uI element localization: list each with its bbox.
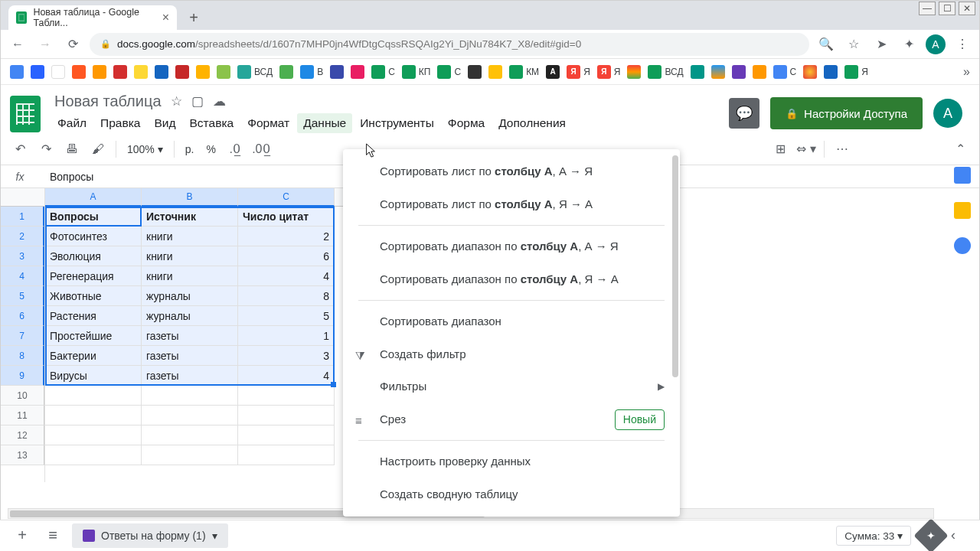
cell[interactable]: Регенерация [45,266,142,286]
row-header[interactable]: 10 [1,386,44,406]
bookmark-icon[interactable] [155,65,168,79]
cell[interactable]: журналы [142,286,238,306]
print-button[interactable]: 🖶 [60,138,83,161]
row-header[interactable]: 11 [1,406,44,425]
menu-дополнения[interactable]: Дополнения [492,113,572,133]
cell[interactable]: 8 [238,286,335,306]
row-header[interactable]: 7 [1,326,44,346]
menu-данные[interactable]: Данные [297,113,352,133]
bookmark-icon[interactable] [175,65,189,79]
cell[interactable]: книги [142,227,238,246]
zoom-icon[interactable]: 🔍 [815,34,837,55]
cell[interactable]: книги [142,246,238,266]
bookmark-icon[interactable] [113,65,127,79]
filters-submenu[interactable]: Фильтры ▶ [343,370,680,403]
bookmark-icon[interactable] [330,65,344,79]
more-toolbar-button[interactable]: ⋯ [831,138,854,161]
reload-button[interactable]: ⟳ [62,34,83,55]
cell[interactable]: Фотосинтез [45,227,142,246]
row-header[interactable]: 3 [1,246,44,266]
row-header[interactable]: 8 [1,346,44,366]
cell[interactable]: газеты [142,366,238,386]
bookmark-item[interactable]: С [371,65,395,79]
maximize-button[interactable]: ☐ [939,2,956,15]
sheets-logo-icon[interactable] [10,96,41,132]
create-filter[interactable]: ⧩ Создать фильтр [343,338,680,371]
cell[interactable]: 1 [238,326,335,346]
bookmark-icon[interactable] [711,65,725,79]
row-header[interactable]: 1 [1,207,44,227]
bookmark-item[interactable]: С [773,65,797,79]
cell[interactable]: Животные [45,286,142,306]
tasks-icon[interactable] [954,237,971,254]
bookmarks-overflow-icon[interactable]: » [963,65,970,79]
bookmark-item[interactable]: Я [844,65,868,79]
sort-range-desc[interactable]: Сортировать диапазон по столбцу A, Я → А [343,263,680,296]
menu-инструменты[interactable]: Инструменты [354,113,440,133]
cell[interactable] [45,445,142,465]
row-header[interactable]: 13 [1,445,44,465]
zoom-select[interactable]: 100% ▾ [122,143,168,155]
cell[interactable]: 6 [238,246,335,266]
cell[interactable] [238,425,335,445]
cell[interactable]: Растения [45,306,142,326]
menu-вставка[interactable]: Вставка [184,113,240,133]
bookmark-icon[interactable] [351,65,364,79]
sheet-tab[interactable]: Ответы на форму (1) ▾ [72,523,228,548]
bookmark-icon[interactable] [468,65,482,79]
bookmark-icon[interactable] [72,65,86,79]
star-icon[interactable]: ☆ [171,93,182,109]
bookmark-item[interactable]: С [437,65,461,79]
cell[interactable] [238,406,335,425]
minimize-button[interactable]: — [919,2,936,15]
currency-button[interactable]: р. [181,143,199,155]
cell[interactable]: Простейшие [45,326,142,346]
merge-button[interactable]: ⇔ ▾ [795,138,818,161]
cell[interactable] [238,386,335,406]
cell[interactable] [238,445,335,465]
undo-button[interactable]: ↶ [8,138,31,161]
browser-tab[interactable]: Новая таблица - Google Табли... × [8,5,177,30]
cell[interactable] [45,406,142,425]
bookmark-icon[interactable] [134,65,148,79]
sort-sheet-asc[interactable]: Сортировать лист по столбцу A, А → Я [343,155,680,188]
bookmark-icon[interactable] [217,65,230,79]
bookmark-icon[interactable] [93,65,106,79]
bookmark-item[interactable]: В [300,65,323,79]
percent-button[interactable]: % [201,143,220,155]
forward-button[interactable]: → [34,34,56,55]
cell[interactable]: 5 [238,306,335,326]
bookmark-icon[interactable] [196,65,210,79]
cell[interactable]: Бактерии [45,346,142,366]
cell[interactable] [142,425,238,445]
menu-формат[interactable]: Формат [241,113,296,133]
calendar-icon[interactable] [954,167,971,184]
cell[interactable] [45,386,142,406]
comments-button[interactable]: 💬 [729,98,760,129]
share-icon[interactable]: ➤ [871,34,892,55]
bookmark-icon[interactable]: A [546,65,560,79]
sort-range-asc[interactable]: Сортировать диапазон по столбцу A, А → Я [343,230,680,263]
cell[interactable]: 2 [238,227,335,246]
move-folder-icon[interactable]: ▢ [191,93,204,109]
explore-button[interactable]: ✦ [913,518,948,551]
bookmark-icon[interactable] [10,65,24,79]
menu-файл[interactable]: Файл [51,113,93,133]
bookmark-icon[interactable] [691,65,704,79]
menu-правка[interactable]: Правка [94,113,146,133]
bookmark-star-icon[interactable]: ☆ [843,34,864,55]
share-button[interactable]: 🔒 Настройки Доступа [770,97,923,129]
cell[interactable]: 4 [238,266,335,286]
cell[interactable]: Вопросы [45,207,142,227]
data-validation[interactable]: Настроить проверку данных [343,445,680,478]
cell[interactable]: Число цитат [238,207,335,227]
sort-range[interactable]: Сортировать диапазон [343,305,680,338]
row-header[interactable]: 12 [1,425,44,445]
bookmark-icon[interactable] [824,65,838,79]
sum-status[interactable]: Сумма: 33 ▾ [836,526,911,546]
cell[interactable] [142,406,238,425]
bookmark-icon[interactable] [803,65,817,79]
decrease-decimal-button[interactable]: .0̲ [224,138,247,161]
bookmark-item[interactable]: КП [402,65,431,79]
keep-icon[interactable] [954,202,971,219]
